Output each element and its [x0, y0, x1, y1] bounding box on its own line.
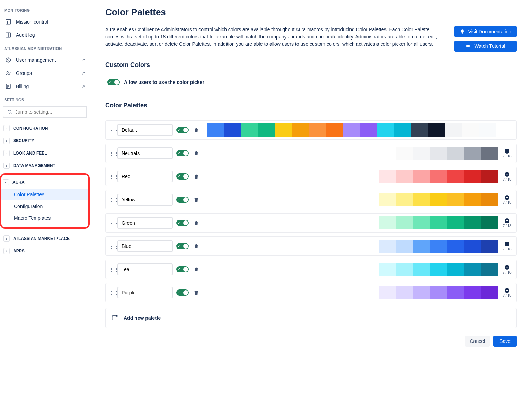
visit-documentation-button[interactable]: Visit Documentation [454, 26, 517, 37]
drag-handle-icon[interactable]: ⋮⋮ [109, 151, 114, 156]
palette-enabled-toggle[interactable]: ✓ [176, 197, 189, 203]
color-swatch[interactable] [396, 286, 413, 299]
sidebar-item-user-management[interactable]: User management ↗ [2, 53, 88, 67]
color-swatch[interactable] [413, 286, 430, 299]
color-swatch[interactable] [464, 216, 481, 229]
color-swatch[interactable] [447, 147, 464, 160]
sidebar-item-macro-templates[interactable]: Macro Templates [1, 212, 88, 224]
palette-enabled-toggle[interactable]: ✓ [176, 266, 189, 272]
color-swatch[interactable] [377, 123, 394, 137]
watch-tutorial-button[interactable]: Watch Tutorial [454, 41, 517, 52]
trash-icon[interactable] [192, 242, 201, 250]
add-color-button[interactable]: +7 / 18 [501, 288, 513, 297]
sidebar-item-mission-control[interactable]: Mission control [2, 15, 88, 28]
color-swatch[interactable] [430, 263, 447, 276]
color-swatch[interactable] [396, 193, 413, 206]
color-swatch[interactable] [241, 123, 258, 137]
drag-handle-icon[interactable]: ⋮⋮ [109, 267, 114, 272]
sidebar-item-groups[interactable]: Groups ↗ [2, 67, 88, 80]
sidebar-section-security[interactable]: › SECURITY [2, 135, 88, 147]
color-swatch[interactable] [464, 147, 481, 160]
palette-name-input[interactable] [117, 240, 173, 252]
color-swatch[interactable] [379, 263, 396, 276]
color-swatch[interactable] [396, 263, 413, 276]
color-swatch[interactable] [430, 147, 447, 160]
color-swatch[interactable] [396, 147, 413, 160]
color-swatch[interactable] [360, 123, 377, 137]
color-swatch[interactable] [394, 123, 411, 137]
trash-icon[interactable] [192, 265, 201, 274]
color-swatch[interactable] [481, 170, 498, 183]
color-swatch[interactable] [396, 216, 413, 229]
color-swatch[interactable] [413, 170, 430, 183]
search-input-wrapper[interactable] [3, 106, 87, 118]
trash-icon[interactable] [192, 172, 201, 181]
color-swatch[interactable] [462, 123, 479, 137]
drag-handle-icon[interactable]: ⋮⋮ [109, 128, 114, 133]
palette-enabled-toggle[interactable]: ✓ [176, 173, 189, 180]
color-swatch[interactable] [379, 286, 396, 299]
color-swatch[interactable] [481, 240, 498, 253]
sidebar-item-color-palettes[interactable]: Color Palettes [1, 189, 88, 200]
drag-handle-icon[interactable]: ⋮⋮ [109, 244, 114, 249]
color-swatch[interactable] [464, 193, 481, 206]
add-new-palette-button[interactable]: Add new palette [105, 308, 517, 328]
drag-handle-icon[interactable]: ⋮⋮ [109, 197, 114, 202]
add-color-button[interactable]: +7 / 18 [501, 265, 513, 274]
color-swatch[interactable] [447, 170, 464, 183]
sidebar-section-configuration[interactable]: › CONFIGURATION [2, 122, 88, 135]
color-swatch[interactable] [379, 216, 396, 229]
palette-name-input[interactable] [117, 263, 173, 275]
color-swatch[interactable] [430, 170, 447, 183]
trash-icon[interactable] [192, 219, 201, 227]
color-swatch[interactable] [379, 170, 396, 183]
add-color-button[interactable]: +7 / 18 [501, 242, 513, 251]
sidebar-section-aura[interactable]: › AURA [1, 176, 88, 189]
color-swatch[interactable] [481, 263, 498, 276]
palette-name-input[interactable] [117, 124, 173, 136]
color-swatch[interactable] [481, 216, 498, 229]
trash-icon[interactable] [192, 149, 201, 157]
color-swatch[interactable] [379, 240, 396, 253]
save-button[interactable]: Save [493, 336, 517, 347]
color-swatch[interactable] [413, 193, 430, 206]
color-swatch[interactable] [447, 286, 464, 299]
sidebar-section-marketplace[interactable]: › ATLASSIAN MARKETPLACE [2, 232, 88, 245]
color-swatch[interactable] [379, 193, 396, 206]
color-swatch[interactable] [413, 240, 430, 253]
sidebar-section-look-and-feel[interactable]: › LOOK AND FEEL [2, 147, 88, 159]
search-input[interactable] [15, 109, 83, 115]
color-swatch[interactable] [464, 240, 481, 253]
color-swatch[interactable] [411, 123, 428, 137]
color-swatch[interactable] [481, 147, 498, 160]
color-swatch[interactable] [430, 286, 447, 299]
trash-icon[interactable] [192, 126, 201, 134]
color-swatch[interactable] [326, 123, 343, 137]
sidebar-item-configuration[interactable]: Configuration [1, 200, 88, 212]
color-swatch[interactable] [379, 147, 396, 160]
add-color-button[interactable]: +7 / 18 [501, 195, 513, 205]
color-swatch[interactable] [275, 123, 292, 137]
sidebar-section-apps[interactable]: › APPS [2, 245, 88, 257]
color-swatch[interactable] [481, 193, 498, 206]
color-swatch[interactable] [464, 170, 481, 183]
palette-name-input[interactable] [117, 171, 173, 182]
color-swatch[interactable] [464, 286, 481, 299]
palette-name-input[interactable] [117, 194, 173, 206]
color-swatch[interactable] [479, 123, 496, 137]
color-swatch[interactable] [430, 216, 447, 229]
palette-enabled-toggle[interactable]: ✓ [176, 289, 189, 296]
color-swatch[interactable] [396, 170, 413, 183]
add-color-button[interactable]: +7 / 18 [501, 218, 513, 228]
add-color-button[interactable]: +7 / 18 [501, 172, 513, 181]
color-swatch[interactable] [413, 216, 430, 229]
trash-icon[interactable] [192, 288, 201, 297]
palette-name-input[interactable] [117, 287, 173, 298]
color-swatch[interactable] [258, 123, 275, 137]
sidebar-item-audit-log[interactable]: Audit log [2, 28, 88, 42]
trash-icon[interactable] [192, 196, 201, 204]
color-swatch[interactable] [396, 240, 413, 253]
palette-enabled-toggle[interactable]: ✓ [176, 150, 189, 156]
color-swatch[interactable] [428, 123, 445, 137]
color-swatch[interactable] [447, 216, 464, 229]
